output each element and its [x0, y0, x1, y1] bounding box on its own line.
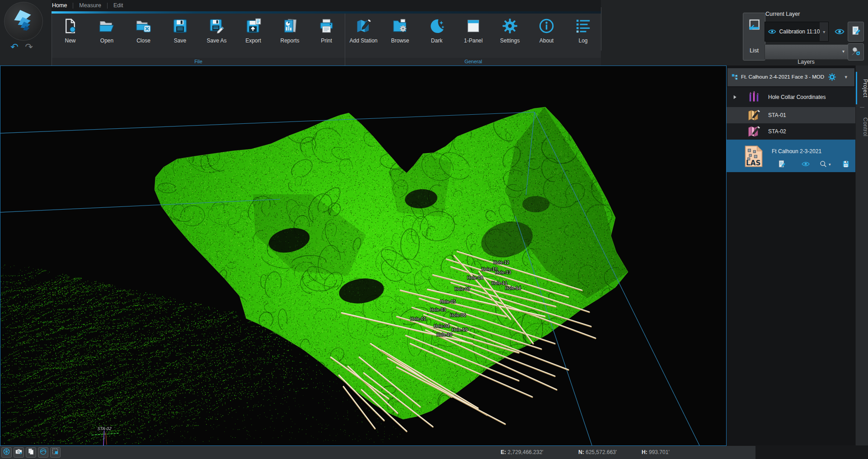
- toolbar-button-settings[interactable]: Settings: [492, 14, 528, 58]
- toolbar-button-log[interactable]: Log: [565, 14, 601, 58]
- project-settings-gear-icon[interactable]: [828, 73, 836, 81]
- view-mode-button[interactable]: [38, 447, 48, 458]
- project-tree: Hole Collar CoordinatesSTA-01STA-02LASFt…: [727, 87, 855, 172]
- edit-layer-button[interactable]: [848, 22, 864, 42]
- current-layer-dropdown[interactable]: Calibration 11:10 ▾: [765, 22, 829, 42]
- sidebar-item-sta-01[interactable]: STA-01: [727, 107, 855, 123]
- toolbar-button-label: About: [540, 37, 554, 44]
- toolbar-button-reports[interactable]: Reports: [272, 14, 308, 58]
- app-logo[interactable]: [4, 2, 43, 41]
- list-button[interactable]: List: [743, 13, 765, 61]
- toolbar-button-print[interactable]: Print: [308, 14, 345, 58]
- close-folder-icon: [135, 18, 152, 34]
- toolbar-group-label: File: [52, 58, 345, 66]
- toolbar-button-close[interactable]: Close: [125, 14, 162, 58]
- select-region-button[interactable]: [50, 447, 61, 458]
- toolbar-button-open[interactable]: Open: [89, 14, 125, 58]
- toolbar-button-label: Add Station: [349, 37, 377, 44]
- expand-arrow-icon[interactable]: [731, 94, 738, 101]
- status-label: N:: [578, 449, 584, 455]
- edit-doc-icon[interactable]: [777, 159, 786, 169]
- status-value: 2,729,466.232': [507, 449, 543, 455]
- toolbar-button-about[interactable]: About: [528, 14, 565, 58]
- project-tree-header[interactable]: Ft. Calhoun 2-4-2021 Face 3 - MOD ▾: [727, 68, 854, 86]
- layer-visibility-eye-icon: [768, 27, 777, 36]
- toolbar-button-label: Settings: [500, 37, 520, 44]
- map-orange-icon: [746, 108, 761, 122]
- toolbar-button-label: Print: [321, 37, 332, 44]
- list-panel-icon: [747, 18, 761, 32]
- toolbar-button-label: Close: [136, 37, 150, 44]
- toolbar-button-save-as[interactable]: Save As: [198, 14, 235, 58]
- toolbar-button-add-station[interactable]: Add Station: [345, 14, 382, 58]
- toolbar-button-1-panel[interactable]: 1-Panel: [455, 14, 492, 58]
- copy-pages-button[interactable]: [26, 447, 36, 458]
- eye-icon[interactable]: [801, 159, 810, 169]
- layers-dropdown[interactable]: ▾: [765, 44, 849, 60]
- export-icon: [245, 18, 262, 34]
- copy-pages-icon: [27, 448, 35, 457]
- sidebar-item-label: STA-02: [768, 128, 786, 135]
- toolbar-button-label: Open: [100, 37, 113, 44]
- tree-node-icon: [731, 73, 739, 81]
- status-coordinate-h: H: 993.701': [642, 449, 670, 455]
- side-tab-control[interactable]: Control: [856, 111, 868, 143]
- one-panel-icon: [465, 18, 482, 34]
- status-value: 993.701': [649, 449, 670, 455]
- layer-tools-button[interactable]: [848, 43, 864, 61]
- save-map-icon[interactable]: [841, 159, 850, 169]
- select-region-icon: [52, 448, 59, 457]
- snowflake-button[interactable]: [1, 447, 12, 458]
- toolbar-button-browse[interactable]: Browse: [382, 14, 418, 58]
- current-layer-label: Current Layer: [765, 11, 800, 17]
- logo-column: ↶ ↷: [0, 0, 52, 66]
- menu-tabs: HomeMeasureEdit: [46, 0, 129, 11]
- viewport-tool-buttons: [1, 447, 61, 458]
- toolbar-button-label: Reports: [280, 37, 299, 44]
- open-folder-icon: [99, 18, 115, 34]
- side-tab-project[interactable]: Project: [856, 72, 868, 104]
- application-window: HomeMeasureEdit ↶ ↷ NewOpenCloseSaveSave…: [0, 0, 868, 459]
- toolbar-button-save[interactable]: Save: [162, 14, 198, 58]
- layers-label: Layers: [765, 59, 848, 65]
- pyramid-logo-icon: [11, 7, 36, 34]
- chevron-down-icon[interactable]: ▾: [845, 74, 847, 80]
- new-file-icon: [62, 18, 79, 34]
- dark-mode-icon: [428, 18, 445, 34]
- undo-button[interactable]: ↶: [9, 42, 20, 53]
- camera-capture-button[interactable]: [14, 447, 24, 458]
- tab-measure[interactable]: Measure: [73, 0, 107, 11]
- toolbar-button-label: Browse: [391, 37, 409, 44]
- toolbar-button-new[interactable]: New: [52, 14, 89, 58]
- toolbar-button-label: Dark: [431, 37, 442, 44]
- status-coordinate-e: E: 2,729,466.232': [501, 449, 543, 455]
- 3d-viewport[interactable]: [0, 66, 727, 446]
- side-tab-divider: [860, 107, 864, 108]
- sidebar-item-hole-collar-coordinates[interactable]: Hole Collar Coordinates: [727, 87, 855, 107]
- status-value: 625,572.663': [586, 449, 617, 455]
- selected-item-actions: ▾: [727, 159, 855, 169]
- toolbar-button-label: Export: [245, 37, 261, 44]
- layer-panel: List Current Layer Calibration 11:10 ▾ ▾…: [601, 0, 868, 66]
- status-coordinate-n: N: 625,572.663': [578, 449, 617, 455]
- map-pink-icon: [746, 124, 761, 139]
- toolbar-button-dark[interactable]: Dark: [418, 14, 455, 58]
- settings-icon: [502, 18, 518, 34]
- point-cloud-canvas[interactable]: [0, 66, 726, 445]
- toolbar-button-label: Log: [578, 37, 587, 44]
- about-icon: [538, 18, 555, 34]
- sidebar-item-sta-02[interactable]: STA-02: [727, 123, 855, 140]
- toolbar-group-label: General: [345, 58, 601, 66]
- chevron-down-icon[interactable]: ▾: [829, 162, 831, 167]
- toggle-all-visibility-eye-icon[interactable]: [834, 26, 845, 37]
- chevron-down-icon: ▾: [842, 49, 845, 54]
- tab-edit[interactable]: Edit: [108, 0, 129, 11]
- toolbar-items-row: Add StationBrowseDark1-PanelSettingsAbou…: [345, 14, 601, 58]
- redo-button[interactable]: ↷: [23, 42, 34, 53]
- chevron-down-icon[interactable]: ▾: [820, 22, 828, 41]
- toolbar-button-export[interactable]: Export: [235, 14, 272, 58]
- project-sidebar: Ft. Calhoun 2-4-2021 Face 3 - MOD ▾ Hole…: [727, 66, 855, 445]
- sidebar-item-ft-calhoun-2-3-2021[interactable]: LASFt Calhoun 2-3-2021▾: [727, 140, 855, 172]
- camera-capture-icon: [15, 448, 23, 457]
- search-icon[interactable]: [819, 159, 828, 169]
